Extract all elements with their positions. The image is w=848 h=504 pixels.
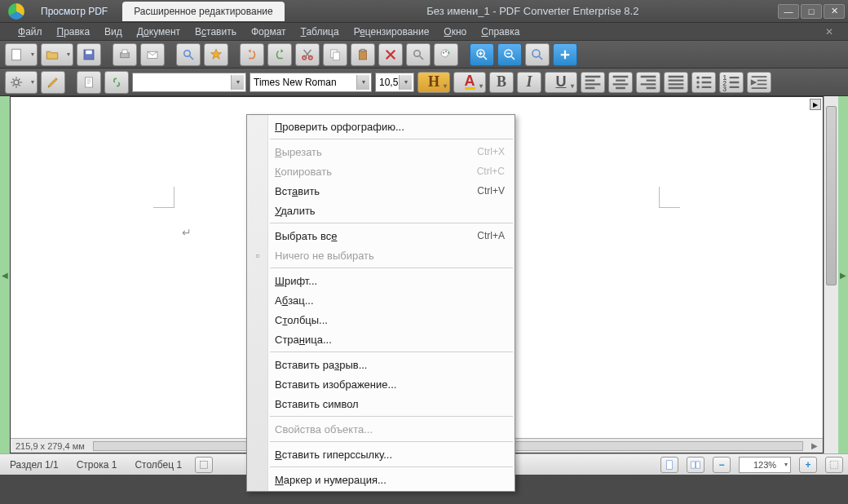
ctx-insert-symbol[interactable]: Вставить символ — [247, 394, 515, 413]
redo-button[interactable] — [267, 43, 292, 66]
open-button[interactable] — [41, 43, 73, 66]
save-button[interactable] — [77, 43, 101, 66]
zoom-combo[interactable]: 123% — [739, 457, 791, 473]
highlight-button[interactable]: H — [417, 72, 450, 93]
cut-button[interactable] — [295, 43, 320, 66]
mail-button[interactable] — [140, 43, 165, 66]
numbering-button[interactable]: 123 — [719, 72, 744, 93]
font-combo[interactable]: Times New Roman▾ — [250, 73, 372, 92]
menu-view[interactable]: Вид — [98, 24, 129, 39]
indent-button[interactable] — [747, 72, 771, 93]
svg-rect-36 — [696, 461, 700, 467]
vscroll[interactable] — [824, 96, 838, 453]
ctx-cut: ВырезатьCtrl+X — [247, 142, 515, 161]
delete-button[interactable] — [378, 43, 403, 66]
ctx-bullets[interactable]: Маркер и нумерация... — [247, 470, 515, 489]
layout-icon[interactable] — [195, 457, 213, 473]
close-button[interactable]: ✕ — [824, 4, 845, 19]
ruler-toggle[interactable]: ▶ — [810, 99, 821, 110]
status-column: Столбец 1 — [130, 459, 187, 471]
ctx-select-none: ▫Ничего не выбирать — [247, 245, 515, 265]
align-left-button[interactable] — [581, 72, 605, 93]
right-panel-handle[interactable]: ▶ — [838, 96, 848, 453]
ctx-page[interactable]: Страница... — [247, 329, 515, 349]
maximize-button[interactable]: □ — [801, 4, 822, 19]
menu-review[interactable]: Рецензирование — [347, 24, 436, 39]
favorite-button[interactable] — [204, 43, 228, 66]
ctx-insert-image[interactable]: Вставить изображение... — [247, 374, 515, 394]
zoom-out-status-button[interactable]: − — [713, 457, 731, 473]
menu-document[interactable]: Документ — [130, 24, 187, 39]
paste-button[interactable] — [351, 43, 375, 66]
ctx-insert-break[interactable]: Вставить разрыв... — [247, 355, 515, 374]
svg-point-28 — [696, 81, 700, 84]
svg-point-29 — [696, 86, 700, 89]
font-color-button[interactable]: A — [453, 72, 486, 93]
ctx-spellcheck[interactable]: Проверить орфографию... — [247, 117, 515, 136]
italic-button[interactable]: I — [517, 72, 541, 93]
undo-button[interactable] — [240, 43, 264, 66]
size-combo[interactable]: 10,5▾ — [375, 73, 414, 92]
page-size-label: 215,9 x 279,4 мм — [15, 441, 85, 451]
align-center-button[interactable] — [608, 72, 633, 93]
svg-rect-26 — [86, 77, 93, 87]
align-right-button[interactable] — [636, 72, 660, 93]
svg-rect-35 — [691, 461, 696, 467]
tab-advanced-edit[interactable]: Расширенное редактирование — [122, 2, 285, 21]
align-justify-button[interactable] — [664, 72, 688, 93]
new-button[interactable] — [5, 43, 38, 66]
page-view-button[interactable] — [660, 457, 678, 473]
two-page-view-button[interactable] — [687, 457, 704, 473]
zoom-out-button[interactable] — [497, 43, 522, 66]
app-logo-icon — [8, 3, 24, 20]
svg-line-15 — [420, 55, 424, 60]
zoom-in-status-button[interactable]: + — [799, 457, 817, 473]
color-button[interactable] — [434, 43, 458, 66]
format-toolbar: ▾ Times New Roman▾ 10,5▾ H A B I U 123 — [0, 69, 848, 96]
cursor-tool-button[interactable] — [77, 71, 101, 94]
settings-button[interactable] — [5, 71, 38, 94]
scroll-right-icon[interactable]: ▶ — [811, 441, 818, 450]
copy-button[interactable] — [323, 43, 347, 66]
menu-edit[interactable]: Правка — [51, 24, 97, 39]
svg-line-24 — [539, 56, 542, 60]
menu-file[interactable]: Файл — [11, 24, 49, 39]
underline-button[interactable]: U — [545, 72, 577, 93]
find-button[interactable] — [176, 43, 201, 66]
minimize-button[interactable]: — — [778, 4, 799, 19]
add-button[interactable] — [553, 43, 577, 66]
link-tool-button[interactable] — [104, 71, 129, 94]
eyedropper-button[interactable] — [406, 43, 431, 66]
style-combo[interactable]: ▾ — [132, 73, 246, 92]
menu-help[interactable]: Справка — [475, 24, 526, 39]
ctx-paste[interactable]: ВставитьCtrl+V — [247, 181, 515, 201]
zoom-fit-button[interactable] — [525, 43, 550, 66]
menu-table[interactable]: Таблица — [294, 24, 346, 39]
svg-text:3: 3 — [723, 85, 727, 92]
svg-rect-2 — [86, 50, 92, 54]
ctx-insert-hyperlink[interactable]: Вставить гиперссылку... — [247, 444, 515, 464]
svg-point-25 — [14, 80, 19, 85]
left-panel-handle[interactable]: ◀ — [0, 96, 10, 453]
menu-insert[interactable]: Вставить — [188, 24, 243, 39]
ctx-columns[interactable]: Столбцы... — [247, 310, 515, 329]
bold-button[interactable]: B — [489, 72, 514, 93]
fullscreen-button[interactable] — [825, 457, 843, 473]
ctx-font[interactable]: Шрифт... — [247, 271, 515, 290]
margin-corner-icon — [659, 187, 680, 208]
ctx-paragraph[interactable]: Абзац... — [247, 290, 515, 310]
edit-tool-button[interactable] — [41, 71, 65, 94]
menu-window[interactable]: Окно — [437, 24, 473, 39]
menu-format[interactable]: Формат — [245, 24, 293, 39]
tab-view-pdf[interactable]: Просмотр PDF — [29, 2, 119, 21]
main-toolbar — [0, 41, 848, 69]
ctx-delete[interactable]: Удалить — [247, 201, 515, 220]
zoom-in-button[interactable] — [470, 43, 494, 66]
vscroll-thumb[interactable] — [826, 106, 837, 285]
print-button[interactable] — [113, 43, 137, 66]
svg-point-6 — [184, 50, 191, 56]
ctx-select-all[interactable]: Выбрать всеCtrl+A — [247, 226, 515, 245]
doc-close-button[interactable]: ✕ — [822, 26, 837, 38]
ctx-copy: КопироватьCtrl+C — [247, 161, 515, 181]
bullets-button[interactable] — [691, 72, 716, 93]
